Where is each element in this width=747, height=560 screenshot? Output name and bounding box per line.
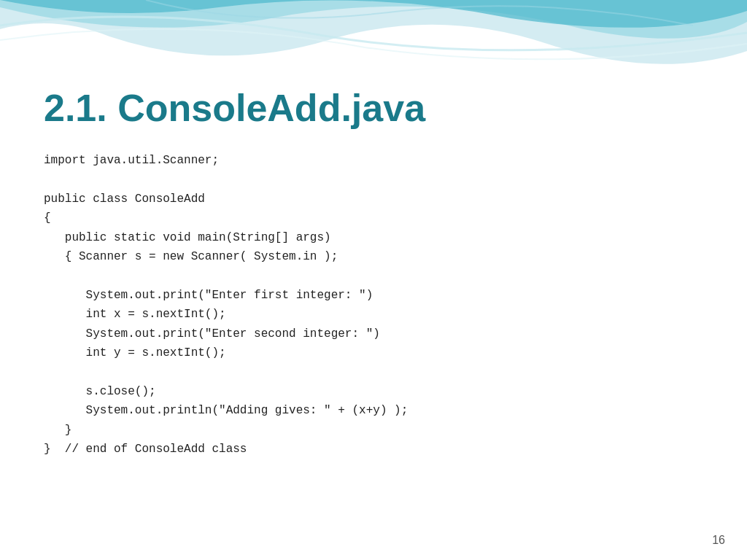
code-line-6: { Scanner s = new Scanner( System.in ); — [44, 250, 338, 263]
slide: 2.1. ConsoleAdd.java import java.util.Sc… — [0, 0, 747, 560]
code-line-8: System.out.print("Enter first integer: "… — [44, 289, 373, 302]
code-line-10: System.out.print("Enter second integer: … — [44, 327, 380, 341]
code-line-16: } // end of ConsoleAdd class — [44, 443, 247, 456]
code-line-3: public class ConsoleAdd — [44, 192, 205, 206]
code-line-11: int y = s.nextInt(); — [44, 346, 226, 359]
code-line-13: s.close(); — [44, 385, 156, 398]
slide-content: 2.1. ConsoleAdd.java import java.util.Sc… — [0, 0, 747, 488]
page-number: 16 — [712, 534, 725, 547]
code-line-14: System.out.println("Adding gives: " + (x… — [44, 404, 408, 417]
code-line-4: { — [44, 211, 51, 225]
code-line-9: int x = s.nextInt(); — [44, 308, 226, 321]
code-line-15: } — [44, 424, 71, 437]
code-block: import java.util.Scanner; public class C… — [44, 151, 703, 459]
code-line-5: public static void main(String[] args) — [44, 231, 331, 244]
code-line-1: import java.util.Scanner; — [44, 154, 219, 167]
slide-title: 2.1. ConsoleAdd.java — [44, 88, 703, 129]
